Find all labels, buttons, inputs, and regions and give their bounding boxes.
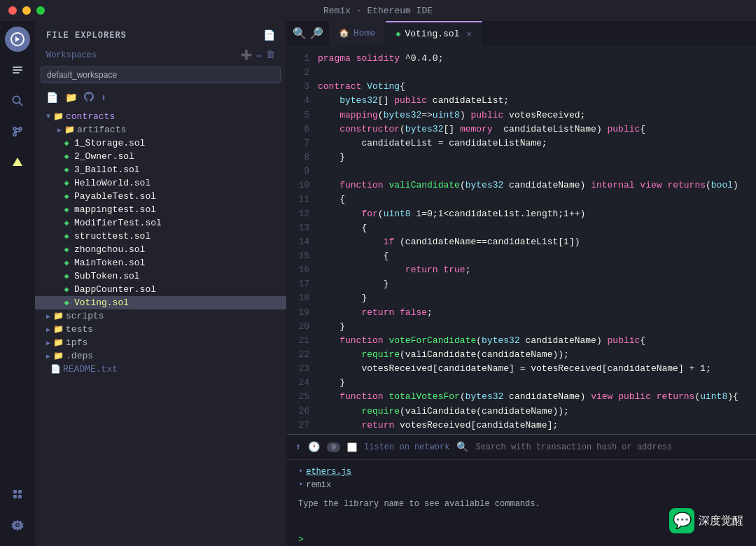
clear-icon[interactable]: 🕐: [308, 441, 320, 453]
tree-label-scripts: scripts: [66, 311, 104, 321]
tab-bar: 🔍 🔎 🏠 Home ◈ Voting.sol ✕: [287, 21, 756, 46]
tree-item-structtest[interactable]: ◈ structtest.sol: [35, 230, 286, 243]
tab-close-icon[interactable]: ✕: [466, 29, 471, 39]
tree-label-ipfs: ipfs: [66, 337, 88, 348]
sol-icon-subtoken: ◈: [60, 271, 73, 281]
tree-item-zhongchou[interactable]: ◈ zhongchou.sol: [35, 243, 286, 256]
tab-voting[interactable]: ◈ Voting.sol ✕: [386, 21, 482, 46]
tree-item-mappingtest[interactable]: ◈ mappingtest.sol: [35, 203, 286, 216]
new-file-icon[interactable]: 📄: [263, 29, 275, 41]
tree-label-helloworld: HelloWorld.sol: [74, 178, 150, 188]
sol-icon-helloworld: ◈: [60, 178, 73, 188]
tree-label-tests: tests: [66, 324, 93, 335]
svg-point-8: [13, 133, 16, 136]
chevron-artifacts: ▶: [57, 126, 62, 134]
tree-item-ipfs[interactable]: ▶ 📁 ipfs: [35, 336, 286, 349]
expand-icon[interactable]: ⬆: [295, 441, 301, 453]
svg-rect-3: [13, 72, 20, 74]
sol-icon-dappcounter: ◈: [60, 284, 73, 295]
tree-label-contracts: contracts: [66, 111, 115, 122]
workspace-section: Workspaces ➕ ✏️ 🗑: [35, 47, 286, 66]
tab-home-label: Home: [354, 28, 375, 38]
tree-label-readme: README.txt: [63, 364, 118, 374]
chevron-contracts: ▼: [46, 113, 50, 120]
close-button[interactable]: [8, 6, 17, 15]
tree-label-payabletest: PayableTest.sol: [74, 191, 156, 202]
tree-item-readme[interactable]: 📄 README.txt: [35, 363, 286, 376]
sol-icon-maintoken: ◈: [60, 258, 73, 268]
tree-item-modifiertest[interactable]: ◈ ModifierTest.sol: [35, 216, 286, 230]
tree-item-deps[interactable]: ▶ 📁 .deps: [35, 349, 286, 363]
tree-item-payabletest[interactable]: ◈ PayableTest.sol: [35, 190, 286, 203]
add-workspace-icon[interactable]: ➕: [241, 50, 252, 61]
activity-icon-plugin[interactable]: [5, 482, 30, 507]
activity-icon-deploy[interactable]: [5, 150, 30, 175]
window-controls: [8, 6, 45, 15]
code-editor[interactable]: 12345 678910 1112131415 1617181920 21222…: [287, 46, 756, 434]
file-tree: ▼ 📁 contracts ▶ 📁 artifacts ◈ 1_Storage.…: [35, 107, 286, 546]
terminal-prompt: >: [298, 534, 304, 545]
tree-label-mappingtest: mappingtest.sol: [74, 204, 156, 215]
tree-item-tests[interactable]: ▶ 📁 tests: [35, 323, 286, 336]
listen-label: listen on network: [364, 442, 449, 452]
delete-workspace-icon[interactable]: 🗑: [266, 50, 275, 61]
tree-label-2owner: 2_Owner.sol: [74, 151, 134, 162]
tree-item-1storage[interactable]: ◈ 1_Storage.sol: [35, 136, 286, 150]
sidebar-title: FILE EXPLORERS: [46, 31, 127, 41]
activity-icon-files[interactable]: [5, 57, 30, 83]
activity-icon-remix[interactable]: [5, 27, 30, 52]
search-icon-bottom: 🔍: [456, 441, 468, 453]
zoom-out-icon[interactable]: 🔎: [309, 27, 323, 41]
tree-item-artifacts[interactable]: ▶ 📁 artifacts: [35, 123, 286, 136]
new-file-tree-icon[interactable]: 📄: [46, 92, 58, 104]
svg-point-4: [13, 97, 20, 104]
tree-item-contracts[interactable]: ▼ 📁 contracts: [35, 110, 286, 123]
workspace-label: Workspaces: [46, 50, 97, 60]
tree-label-maintoken: MainToken.sol: [74, 258, 145, 268]
line-numbers: 12345 678910 1112131415 1617181920 21222…: [287, 46, 318, 434]
tree-item-dappcounter[interactable]: ◈ DappCounter.sol: [35, 283, 286, 296]
sol-icon-voting: ◈: [60, 298, 73, 308]
edit-workspace-icon[interactable]: ✏️: [256, 50, 262, 61]
listen-checkbox[interactable]: [347, 442, 357, 452]
ethers-link[interactable]: ethers.js: [306, 467, 351, 477]
sol-icon-payabletest: ◈: [60, 191, 73, 202]
sidebar-header-icons: 📄: [263, 29, 275, 41]
minimize-button[interactable]: [22, 6, 31, 15]
tree-label-dappcounter: DappCounter.sol: [74, 284, 156, 295]
chevron-tests: ▶: [46, 326, 50, 334]
workspace-select[interactable]: default_workspace: [41, 66, 281, 83]
workspace-icons: ➕ ✏️ 🗑: [241, 50, 275, 61]
tree-item-2owner[interactable]: ◈ 2_Owner.sol: [35, 150, 286, 163]
tree-item-subtoken[interactable]: ◈ SubToken.sol: [35, 270, 286, 283]
tree-item-voting[interactable]: ◈ Voting.sol: [35, 296, 286, 309]
watermark-text: 深度觉醒: [699, 514, 743, 528]
new-folder-icon[interactable]: 📁: [65, 92, 77, 104]
home-icon: 🏠: [339, 28, 349, 38]
sidebar-header: FILE EXPLORERS 📄: [35, 21, 286, 47]
maximize-button[interactable]: [36, 6, 45, 15]
zoom-in-icon[interactable]: 🔍: [293, 27, 307, 41]
bottom-toolbar: ⬆ 🕐 0 listen on network 🔍: [287, 435, 756, 460]
tree-item-maintoken[interactable]: ◈ MainToken.sol: [35, 256, 286, 270]
tree-item-3ballot[interactable]: ◈ 3_Ballot.sol: [35, 163, 286, 176]
search-input[interactable]: [475, 442, 748, 452]
activity-bottom: [5, 482, 30, 546]
svg-rect-10: [13, 490, 17, 493]
tab-home[interactable]: 🏠 Home: [329, 21, 386, 46]
tree-label-voting: Voting.sol: [74, 298, 129, 308]
tree-item-helloworld[interactable]: ◈ HelloWorld.sol: [35, 176, 286, 190]
activity-icon-settings[interactable]: [5, 512, 30, 538]
svg-point-16: [17, 524, 19, 526]
upload-icon[interactable]: ⬆: [101, 92, 106, 104]
tree-label-structtest: structtest.sol: [74, 231, 150, 241]
activity-icon-git[interactable]: [5, 119, 30, 144]
counter-badge: 0: [327, 442, 340, 452]
wechat-icon: 💬: [669, 508, 694, 533]
code-content: pragma solidity ^0.4.0; contract Voting{…: [318, 46, 756, 434]
github-icon[interactable]: [84, 92, 94, 104]
activity-icon-search[interactable]: [5, 88, 30, 113]
tree-item-scripts[interactable]: ▶ 📁 scripts: [35, 309, 286, 323]
file-icon-readme: 📄: [49, 364, 62, 374]
sol-icon-3ballot: ◈: [60, 164, 73, 175]
